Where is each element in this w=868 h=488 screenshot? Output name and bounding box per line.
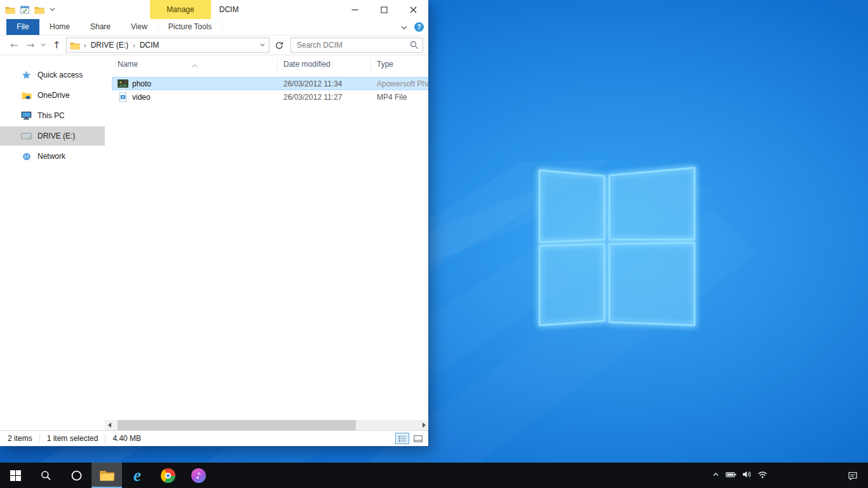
network-wifi-icon[interactable] — [757, 471, 768, 480]
file-name: video — [132, 93, 151, 102]
taskbar-file-explorer-button[interactable] — [92, 463, 122, 488]
sidebar-item-onedrive[interactable]: OneDrive — [0, 86, 105, 105]
maximize-button[interactable] — [369, 0, 398, 19]
status-bar: 2 items 1 item selected 4.40 MB — [0, 430, 428, 446]
recent-locations-caret-icon[interactable] — [38, 43, 48, 47]
taskbar-internet-explorer-button[interactable]: e — [122, 463, 153, 488]
taskbar-search-button[interactable] — [31, 463, 61, 488]
properties-icon[interactable] — [20, 6, 29, 14]
tab-home[interactable]: Home — [39, 19, 80, 35]
selection-count: 1 item selected — [47, 434, 98, 443]
column-header-name[interactable]: Name — [112, 60, 278, 72]
breadcrumb-dcim[interactable]: DCIM — [135, 41, 164, 50]
tab-view[interactable]: View — [121, 19, 158, 35]
selection-size: 4.40 MB — [112, 434, 141, 443]
sidebar-item-label: Quick access — [37, 71, 83, 79]
taskbar: e — [0, 463, 868, 488]
help-icon[interactable]: ? — [414, 22, 424, 32]
action-center-button[interactable] — [848, 463, 858, 488]
tab-share[interactable]: Share — [80, 19, 121, 35]
status-separator — [105, 434, 105, 443]
window-controls — [340, 0, 428, 19]
column-header-label: Type — [377, 60, 393, 69]
action-center-icon — [848, 471, 858, 480]
sidebar-item-network[interactable]: Network — [0, 147, 105, 166]
chrome-icon — [161, 468, 175, 483]
taskbar-chrome-button[interactable] — [153, 463, 183, 488]
navigation-bar: ← → ↑ DRIVE (E:) DCIM — [0, 36, 428, 55]
hidden-icons-chevron-icon[interactable] — [712, 470, 720, 480]
column-header-type[interactable]: Type — [371, 60, 428, 72]
details-view-button[interactable] — [395, 433, 409, 444]
taskbar-itunes-button[interactable] — [183, 463, 214, 488]
file-row-video[interactable]: video 26/03/2012 11:27 MP4 File — [112, 90, 428, 104]
scrollbar-thumb[interactable] — [118, 420, 356, 430]
up-button[interactable]: ↑ — [48, 39, 65, 51]
onedrive-folder-icon — [21, 92, 32, 100]
tab-file[interactable]: File — [6, 19, 39, 35]
address-dropdown-caret-icon[interactable] — [256, 43, 269, 47]
photo-thumbnail-icon — [118, 79, 128, 89]
sidebar-item-drive-e[interactable]: DRIVE (E:) — [0, 126, 105, 146]
sidebar-item-quick-access[interactable]: Quick access — [0, 65, 105, 85]
new-folder-icon[interactable] — [34, 6, 44, 14]
folder-window-icon[interactable] — [5, 6, 15, 14]
quick-access-toolbar — [5, 0, 55, 19]
manage-contextual-tab[interactable]: Manage — [150, 0, 211, 19]
column-header-label: Date modified — [283, 60, 330, 69]
desktop: Manage DCIM File Home Share View Picture… — [0, 0, 868, 488]
sidebar-item-label: DRIVE (E:) — [37, 132, 75, 140]
large-icons-view-button[interactable] — [411, 433, 425, 444]
view-toggles — [395, 433, 425, 444]
windows-logo-icon — [10, 470, 21, 481]
column-header-date-modified[interactable]: Date modified — [278, 60, 371, 72]
file-explorer-icon — [99, 469, 115, 482]
scroll-right-arrow[interactable] — [419, 420, 428, 430]
item-count: 2 items — [8, 434, 32, 443]
file-row-photo[interactable]: photo 26/03/2012 11:34 Apowersoft Pho — [112, 77, 428, 90]
column-headers: Name Date modified Type — [112, 55, 428, 72]
title-bar: Manage DCIM — [0, 0, 428, 19]
expand-ribbon-chevron-icon[interactable] — [401, 23, 407, 32]
explorer-content: Quick access OneDrive This PC — [0, 55, 428, 430]
search-icon[interactable] — [406, 41, 423, 50]
scroll-left-arrow[interactable] — [105, 420, 114, 430]
customize-quick-access-caret-icon[interactable] — [50, 8, 55, 11]
cortana-button[interactable] — [61, 463, 92, 488]
search-box — [290, 37, 423, 53]
start-button[interactable] — [0, 463, 31, 488]
file-date-modified: 26/03/2012 11:34 — [278, 79, 371, 88]
scrollbar-track[interactable] — [114, 420, 419, 430]
ribbon-tab-row: File Home Share View Picture Tools ? — [0, 19, 428, 36]
file-explorer-window: Manage DCIM File Home Share View Picture… — [0, 0, 428, 446]
sidebar-item-label: OneDrive — [37, 91, 70, 100]
windows-logo-panes — [539, 168, 695, 325]
internet-explorer-icon: e — [133, 467, 141, 484]
horizontal-scrollbar[interactable] — [105, 420, 428, 430]
search-icon — [41, 470, 51, 481]
cortana-circle-icon — [71, 470, 82, 481]
volume-icon[interactable] — [742, 470, 752, 480]
sidebar-item-this-pc[interactable]: This PC — [0, 106, 105, 125]
sidebar-item-label: Network — [37, 152, 65, 161]
drive-icon — [21, 133, 32, 140]
forward-button[interactable]: → — [23, 39, 38, 51]
file-type: MP4 File — [371, 93, 428, 102]
back-button[interactable]: ← — [5, 39, 23, 51]
refresh-button[interactable] — [271, 37, 287, 53]
battery-icon[interactable] — [726, 471, 736, 480]
file-name: photo — [132, 79, 151, 88]
sidebar-item-label: This PC — [37, 111, 65, 120]
itunes-icon — [191, 468, 206, 483]
tab-picture-tools[interactable]: Picture Tools — [158, 19, 222, 35]
computer-icon — [21, 111, 32, 120]
breadcrumb-drive[interactable]: DRIVE (E:) — [86, 41, 133, 50]
minimize-button[interactable] — [340, 0, 369, 19]
close-button[interactable] — [398, 0, 428, 19]
navigation-pane: Quick access OneDrive This PC — [0, 55, 105, 430]
search-input[interactable] — [291, 41, 406, 50]
file-list: photo 26/03/2012 11:34 Apowersoft Pho vi… — [112, 77, 428, 104]
network-globe-icon — [21, 152, 32, 161]
file-type: Apowersoft Pho — [371, 79, 428, 88]
address-bar[interactable]: DRIVE (E:) DCIM — [66, 37, 269, 53]
